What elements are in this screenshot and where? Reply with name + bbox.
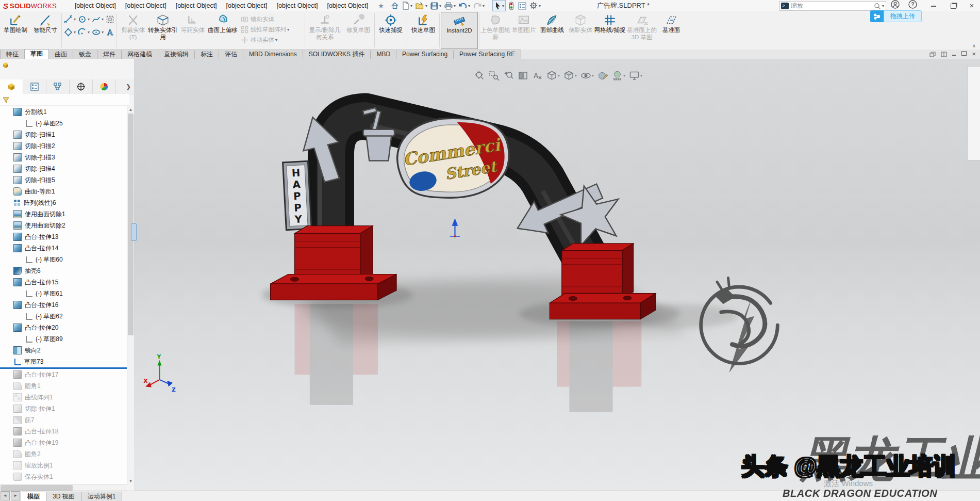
task-pane-icon[interactable] [969,111,978,121]
scroll-up-icon[interactable]: ▲ [127,106,134,113]
rapid-sketch-button[interactable]: 快速草图 [408,12,438,49]
quick-snaps-button[interactable]: 快速捕捉 [376,12,406,49]
search-icon[interactable] [874,3,881,10]
zoom-to-area-button[interactable] [489,70,500,81]
menu-item[interactable]: [object Object] [222,0,272,11]
help-button[interactable]: ? [908,0,922,11]
doc-restore-button[interactable] [961,50,967,58]
task-pane-icon[interactable] [969,68,978,77]
silhouette-entities-button[interactable]: 侧影实体 [567,12,594,49]
settings-button[interactable]: ▾ [528,1,542,11]
sketch3d-on-plane-button[interactable]: 3D 基准面上的 3D 草图 [626,12,658,49]
tree-item[interactable]: (-) 草图61 [0,288,127,299]
tree-item[interactable]: (-) 草图89 [0,333,127,345]
rebuild-button[interactable] [507,1,516,11]
home-button[interactable] [390,1,400,11]
tree-item[interactable]: 使用曲面切除1 [0,208,127,220]
property-manager-tab[interactable] [23,79,46,94]
menu-item[interactable]: [object Object] [322,0,373,11]
hscroll-thumb[interactable] [1,485,73,491]
study-tab[interactable]: 运动算例1 [81,492,123,501]
repair-sketch-button[interactable]: 修复草图 [343,12,373,49]
tree-item[interactable]: 圆角1 [0,380,127,392]
doc-tile-icon[interactable] [941,52,947,57]
command-tab[interactable]: 焊件 [97,50,122,59]
linear-sketch-pattern-button[interactable]: 线性草图阵列▾ [239,24,304,35]
tree-item[interactable]: 切除-拉伸1 [0,403,127,414]
tab-scroll-right-button[interactable]: ▸ [11,491,20,500]
mirror-entities-button[interactable]: 镜向实体 [239,14,304,24]
search-box[interactable]: >_ 缩放 ▾ [779,1,886,11]
doc-close-button[interactable]: × [972,50,976,58]
graphics-viewport[interactable]: H A P P Y Commerci Street [134,59,980,491]
sketch-draw-button[interactable]: 草图绘制 [1,12,30,49]
tree-item[interactable]: 缩放比例1 [0,460,127,471]
command-tab[interactable]: 标注 [194,50,219,59]
panel-splitter-handle[interactable] [131,223,137,241]
offset-on-surface-button[interactable]: 曲面上偏移 [208,12,238,49]
configuration-manager-tab[interactable] [46,79,70,94]
tree-item[interactable]: 镜向2 [0,345,127,356]
display-manager-tab[interactable] [93,79,116,94]
sketch-picture-button[interactable]: 草图图片 [510,12,537,49]
tree-item[interactable]: 分割线1 [0,106,127,118]
panel-expand-chevron[interactable]: ❯ [123,79,134,94]
options-list-button[interactable] [517,1,527,11]
tree-item[interactable]: 切除-扫描1 [0,129,127,140]
tree-item[interactable]: 使用曲面切除2 [0,220,127,231]
undo-button[interactable]: ▾ [458,1,471,11]
task-pane-icon[interactable] [969,101,978,110]
tree-item[interactable]: 凸台-拉伸14 [0,243,127,254]
study-tab[interactable]: 模型 [21,492,46,501]
rectangle-tool[interactable]: ▾ [63,26,77,39]
tree-item[interactable]: 凸台-拉伸18 [0,426,127,437]
tree-item[interactable]: 切除-扫描3 [0,152,127,163]
tree-item[interactable]: 抽壳6 [0,265,127,277]
print-button[interactable]: ▾ [443,1,457,11]
search-input[interactable]: 缩放 [791,2,803,10]
ribbon-collapse-icon[interactable]: ∧ [972,43,976,49]
tree-item[interactable]: 保存实体1 [0,471,127,482]
face-curves-button[interactable]: 面部曲线 [537,12,567,49]
menu-item[interactable]: [object Object] [121,0,171,11]
user-account-button[interactable] [891,0,904,11]
tree-item[interactable]: (-) 草图25 [0,118,127,129]
command-tab[interactable]: Power Surfacing RE [453,50,521,59]
text-tool[interactable]: A [105,26,115,39]
study-tab[interactable]: 3D 视图 [46,492,81,501]
circle-tool[interactable]: ▾ [77,13,91,26]
shaded-sketch-contours-button[interactable]: 上色草图轮廓 [480,12,510,49]
tree-item[interactable]: 凸台-拉伸19 [0,437,127,448]
tab-scroll-left-button[interactable]: ◂ [1,491,10,500]
tree-item[interactable]: 凸台-拉伸15 [0,277,127,288]
upload-badge[interactable]: 拖拽上传 [870,10,922,22]
reference-plane-button[interactable]: 基准面 [658,12,685,49]
tree-item[interactable]: 阵列(线性)6 [0,197,127,208]
view-orientation-button[interactable]: ▾ [546,70,560,81]
tree-item[interactable]: 切除-扫描5 [0,174,127,186]
hide-show-items-button[interactable]: ▾ [580,70,594,81]
command-tab[interactable]: 草图 [24,49,49,59]
tree-horizontal-scrollbar[interactable] [0,484,127,491]
arc-tool[interactable]: ▾ [77,26,91,39]
command-tab[interactable]: Power Surfacing [396,50,454,59]
save-button[interactable]: ▾ [429,1,442,11]
restore-button[interactable] [946,0,960,11]
doc-cascade-icon[interactable] [929,52,936,57]
drag-manipulator[interactable] [450,218,460,237]
tree-item[interactable]: 筋7 [0,414,127,426]
scroll-down-icon[interactable]: ▼ [127,478,134,484]
task-pane-icon[interactable] [969,122,978,132]
trim-entities-button[interactable]: 剪裁实体(T) [118,12,148,49]
minimize-button[interactable] [927,0,940,11]
view-settings-button[interactable]: ▾ [629,70,642,81]
menu-item[interactable]: [object Object] [272,0,323,11]
offset-entities-button[interactable]: 等距实体 [178,12,208,49]
line-tool[interactable]: ▾ [63,13,77,26]
tree-item[interactable]: 凸台-拉伸17 [0,369,127,380]
convert-entities-button[interactable]: 转换实体引用 [148,12,178,49]
tree-item[interactable]: 圆角2 [0,448,127,460]
hide-show-annotations-button[interactable]: A [532,70,543,81]
pattern-tool[interactable] [105,13,115,26]
section-view-button[interactable] [518,70,528,81]
